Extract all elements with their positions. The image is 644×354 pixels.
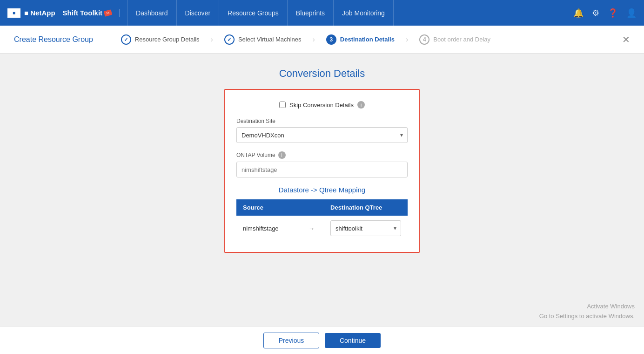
ontap-info-icon[interactable]: i — [278, 151, 286, 159]
conversion-details-title: Conversion Details — [279, 68, 365, 80]
col-source: Source — [236, 199, 299, 216]
netapp-logo: ■ ■ NetApp — [7, 8, 55, 18]
continue-button[interactable]: Continue — [325, 333, 381, 348]
step-2-icon: ✓ — [224, 34, 235, 45]
nav-discover[interactable]: Discover — [177, 0, 219, 26]
col-destination-qtree: Destination QTree — [324, 199, 408, 216]
step-sep-1: › — [211, 35, 213, 44]
ontap-volume-group: ONTAP Volume i — [236, 151, 408, 177]
logo-icon: ■ — [7, 8, 20, 18]
nav-job-monitoring[interactable]: Job Monitoring — [334, 0, 394, 26]
step-2-label: Select Virtual Machines — [238, 36, 302, 43]
step-1-label: Resource Group Details — [135, 36, 200, 43]
col-arrow-placeholder — [299, 199, 324, 216]
toolkit-badge: ✂ — [104, 9, 113, 17]
top-navigation: ■ ■ NetApp Shift Toolkit ✂ Dashboard Dis… — [0, 0, 644, 26]
nav-resource-groups[interactable]: Resource Groups — [219, 0, 288, 26]
brand-name: ■ NetApp — [24, 9, 55, 17]
toolkit-branding: Shift Toolkit ✂ — [63, 9, 120, 17]
step-sep-3: › — [406, 35, 408, 44]
step-3-icon: 3 — [326, 34, 336, 45]
ontap-volume-label: ONTAP Volume — [236, 152, 275, 158]
notification-icon[interactable]: 🔔 — [573, 8, 584, 18]
arrow-icon: → — [299, 216, 324, 241]
page-title: Create Resource Group — [14, 35, 93, 44]
wizard-steps: ✓ Resource Group Details › ✓ Select Virt… — [112, 34, 622, 45]
ontap-volume-input[interactable] — [236, 162, 408, 177]
mapping-table: Source Destination QTree nimshiftstage →… — [236, 199, 408, 241]
step-1-icon: ✓ — [121, 34, 131, 45]
nav-links: Dashboard Discover Resource Groups Bluep… — [127, 0, 573, 26]
step-4-label: Boot order and Delay — [433, 36, 490, 43]
previous-button[interactable]: Previous — [263, 333, 319, 348]
settings-icon[interactable]: ⚙ — [592, 8, 599, 18]
nav-blueprints[interactable]: Blueprints — [288, 0, 334, 26]
wizard-step-1: ✓ Resource Group Details — [112, 34, 209, 45]
destination-site-label: Destination Site — [236, 118, 408, 124]
destination-site-wrapper: DemoVHDXcon ▾ — [236, 127, 408, 143]
skip-info-icon[interactable]: i — [357, 101, 365, 109]
skip-conversion-row: Skip Conversion Details i — [236, 101, 408, 109]
wizard-step-2: ✓ Select Virtual Machines — [215, 34, 311, 45]
destination-site-group: Destination Site DemoVHDXcon ▾ — [236, 118, 408, 143]
skip-conversion-checkbox[interactable] — [279, 102, 286, 108]
source-cell: nimshiftstage — [236, 216, 299, 241]
conversion-details-card: Skip Conversion Details i Destination Si… — [224, 89, 420, 253]
mapping-title: Datastore -> Qtree Mapping — [236, 186, 408, 194]
step-4-icon: 4 — [419, 34, 429, 45]
user-icon[interactable]: 👤 — [626, 8, 637, 18]
wizard-step-4: 4 Boot order and Delay — [410, 34, 500, 45]
destination-site-select[interactable]: DemoVHDXcon — [236, 127, 408, 143]
destination-qtree-select[interactable]: shifttoolkit — [330, 220, 401, 236]
help-icon[interactable]: ❓ — [608, 8, 618, 18]
nav-actions: 🔔 ⚙ ❓ 👤 — [573, 8, 637, 18]
ontap-volume-label-row: ONTAP Volume i — [236, 151, 408, 159]
nav-dashboard[interactable]: Dashboard — [127, 0, 177, 26]
table-row: nimshiftstage → shifttoolkit ▾ — [236, 216, 408, 241]
destination-qtree-wrapper: shifttoolkit ▾ — [330, 220, 401, 236]
close-button[interactable]: ✕ — [622, 34, 630, 45]
main-content: Conversion Details Skip Conversion Detai… — [0, 54, 644, 326]
destination-cell: shifttoolkit ▾ — [324, 216, 408, 241]
wizard-step-3: 3 Destination Details — [317, 34, 404, 45]
table-header-row: Source Destination QTree — [236, 199, 408, 216]
step-3-label: Destination Details — [340, 36, 395, 43]
page-footer: Previous Continue — [0, 326, 644, 354]
toolkit-name: Shift Toolkit — [63, 9, 103, 17]
step-sep-2: › — [313, 35, 315, 44]
sub-header: Create Resource Group ✓ Resource Group D… — [0, 26, 644, 54]
skip-conversion-label: Skip Conversion Details — [289, 102, 354, 109]
